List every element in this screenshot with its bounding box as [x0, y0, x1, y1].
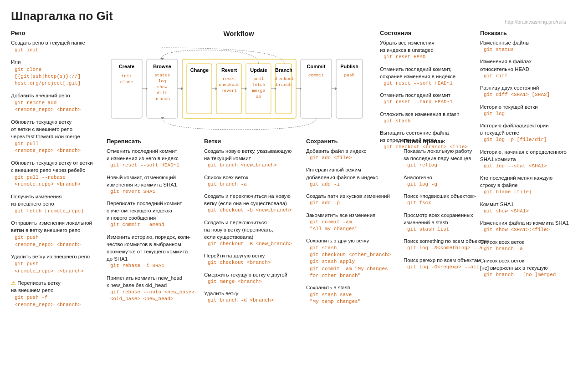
svg-text:Create: Create [119, 64, 134, 69]
branches-entry-1: Создать новую ветку, указывающуюна текущ… [204, 147, 300, 169]
rewrite-entry-2: Новый коммит, отменяющийизменения из ком… [107, 174, 198, 196]
branches-entry-7: Удалить ветку git branch -d <branch> [204, 290, 300, 304]
search-title: Поиск пропаж [404, 138, 499, 145]
show-entry-2: Изменения в файлахотносительно HEAD git … [480, 58, 579, 80]
search-entry-6: Поиск регехр по всем объектам git log -G… [404, 257, 499, 271]
svg-text:Publish: Publish [340, 64, 358, 69]
save-entry-6: Сохранить в stash git stash save"My temp… [306, 284, 397, 305]
branches-entry-5: Перейти на другую ветку git checkout <br… [204, 252, 300, 266]
svg-text:diff: diff [157, 91, 168, 96]
show-entry-3: Разницу двух состояний git diff <SHA1> [… [480, 84, 579, 98]
search-entry-5: Поиск something по всем объектам git log… [404, 237, 499, 252]
workflow-svg: Create init clone Browse status log show… [107, 41, 366, 136]
branches-entry-6: Смержить текущую ветку с другой git merg… [204, 271, 300, 285]
save-entry-2: Интерактивный режимдобавления файлов в и… [306, 166, 397, 188]
svg-text:branch: branch [276, 82, 291, 87]
repo-entry-1: Создать репо в текущей папке git init [11, 39, 100, 54]
rewrite-title: Переписать [107, 138, 198, 145]
svg-text:Change: Change [190, 67, 209, 73]
repo-title: Репо [11, 30, 100, 36]
svg-text:commit: commit [308, 73, 324, 78]
branches-entry-4: Создать и переключитьсяна новую ветку (п… [204, 219, 300, 248]
svg-text:am: am [256, 94, 261, 99]
rewrite-entry-4: Изменить историю, порядок, коли-чество к… [107, 233, 198, 270]
svg-text:revert: revert [221, 88, 237, 93]
states-section: Состояния Убрать все измененияиз индекса… [380, 30, 471, 156]
page-title: Шпаргалка по Git [11, 9, 577, 23]
workflow-diagram: Create init clone Browse status log show… [107, 41, 371, 138]
show-entry-4: Историю текущей ветки git log [480, 103, 579, 117]
show-entry-1: Измененные файлы git status [480, 39, 579, 53]
svg-text:Branch: Branch [275, 67, 292, 73]
warning-icon: ⚠ [11, 280, 16, 286]
repo-entry-8: Удалить ветку из внешнего репо git push<… [11, 253, 100, 275]
svg-text:checkout: checkout [273, 76, 294, 81]
save-title: Сохранить [306, 138, 397, 145]
svg-text:branch: branch [154, 96, 170, 101]
branches-entry-2: Список всех веток git branch -a [204, 174, 300, 188]
save-section: Сохранить Добавить файл в индекс git add… [306, 138, 397, 310]
repo-entry-3: Добавить внешний репо git remote add<rem… [11, 92, 100, 114]
search-entry-2: Аналогично git log -g [404, 174, 499, 188]
save-entry-5: Сохранить в другую ветку git stashgit ch… [306, 237, 397, 279]
search-entry-1: Показать локальную работуза последние па… [404, 147, 499, 169]
repo-entry-2: Или git clone[{git|ssh|http(s)}://]host.… [11, 58, 100, 87]
save-entry-4: Закоммитить все изменения git commit -am… [306, 212, 397, 233]
save-entry-3: Создать патч из кусков изменений git add… [306, 192, 397, 207]
states-title: Состояния [380, 30, 471, 36]
svg-text:show: show [157, 85, 168, 90]
svg-text:reset: reset [223, 76, 236, 81]
svg-text:push: push [344, 73, 355, 78]
svg-text:pull: pull [254, 76, 264, 81]
repo-entry-5: Обновить текущую ветку от веткис внешнег… [11, 159, 100, 188]
save-entry-1: Добавить файл в индекс git add <file> [306, 147, 397, 161]
repo-section: Репо Создать репо в текущей папке git in… [11, 30, 100, 313]
workflow-section: Workflow [107, 30, 371, 138]
svg-text:log: log [158, 79, 166, 84]
branches-section: Ветки Создать новую ветку, указывающуюна… [204, 138, 300, 309]
repo-entry-6: Получить измененияиз внешнего репо git f… [11, 193, 100, 215]
svg-text:clone: clone [120, 80, 133, 85]
svg-text:Commit: Commit [307, 64, 326, 69]
state-entry-4: Отложить все изменения в stash git stash [380, 111, 471, 125]
state-entry-3: Отменить последний коммит git reset --ha… [380, 91, 471, 106]
svg-text:Revert: Revert [221, 67, 237, 73]
repo-entry-7: Отправить изменения локальнойветки в вет… [11, 219, 100, 248]
svg-text:fetch: fetch [252, 82, 266, 87]
rewrite-entry-5: Применить коммиты new_headк new_base без… [107, 274, 198, 303]
branches-entry-3: Создать и переключиться на новуюветку (е… [204, 192, 300, 214]
state-entry-2: Отменить последний коммит,сохранив измен… [380, 66, 471, 87]
svg-text:merge: merge [252, 88, 266, 93]
rewrite-entry-3: Переписать последний коммитс учетом теку… [107, 200, 198, 229]
svg-text:Update: Update [250, 67, 267, 73]
svg-text:checkout: checkout [219, 82, 240, 87]
repo-entry-4: Обновить текущую веткуот ветки с внешнег… [11, 118, 100, 155]
workflow-title: Workflow [107, 30, 371, 37]
repo-entry-9: ⚠ Переписать веткуна внешнем репо git pu… [11, 279, 100, 308]
rewrite-entry-1: Отменить последний коммити изменения из … [107, 147, 198, 169]
url-link: http://brainwashing.pro/rails [505, 19, 566, 25]
svg-text:Browse: Browse [153, 64, 171, 69]
search-section: Поиск пропаж Показать локальную работуза… [404, 138, 499, 275]
svg-text:init: init [122, 74, 132, 79]
branches-title: Ветки [204, 138, 300, 145]
show-title: Показать [480, 30, 579, 36]
rewrite-section: Переписать Отменить последний коммити из… [107, 138, 198, 307]
state-entry-1: Убрать все измененияиз индекса в unstage… [380, 39, 471, 61]
svg-text:status: status [154, 73, 170, 78]
search-entry-4: Просмотр всех сохраненныхизменений в sta… [404, 212, 499, 233]
search-entry-3: Поиск «подвисших объектов» git fsck [404, 192, 499, 207]
